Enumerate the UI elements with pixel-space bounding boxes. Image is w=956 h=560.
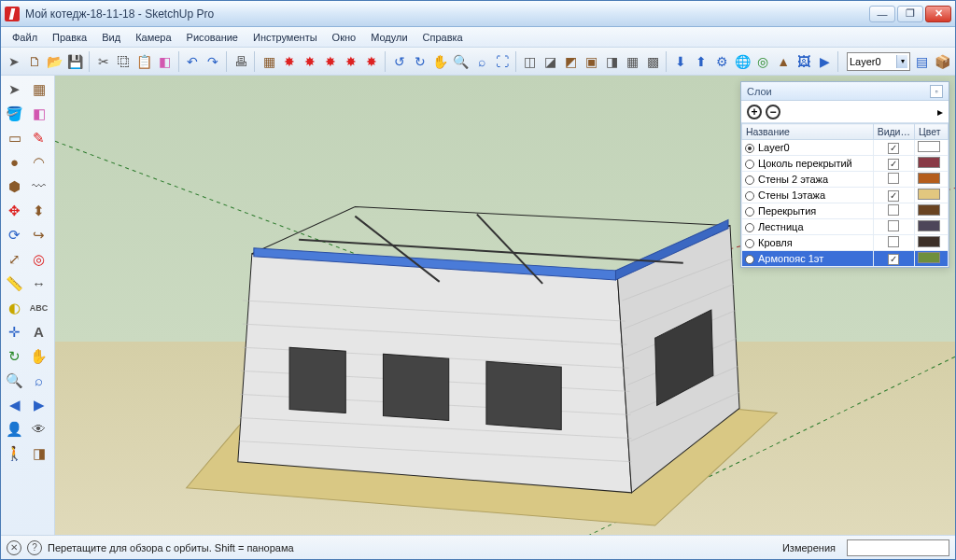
layer-color-swatch[interactable] [918,157,940,168]
layer-visible-checkbox[interactable]: ✓ [888,143,899,154]
col-color[interactable]: Цвет [915,124,949,140]
preview-icon[interactable]: ▶ [815,50,834,73]
pan-icon[interactable]: ✋ [431,50,450,73]
layer-row[interactable]: Армопояс 1эт✓ [742,251,949,267]
add-layer-button[interactable]: + [747,105,762,119]
layer-active-radio[interactable] [745,191,754,201]
paste-icon[interactable]: 📋 [135,50,154,73]
eraser-icon[interactable]: ◧ [27,102,50,125]
text-icon[interactable]: ABC [27,296,50,319]
scale-icon[interactable]: ⤢ [3,247,26,271]
menu-modules[interactable]: Модули [363,29,415,46]
copy-icon[interactable]: ⿻ [115,50,134,73]
layer-row[interactable]: Перекрытия [742,203,949,219]
extension-icon[interactable]: ⚙ [712,50,731,73]
layer-active-radio[interactable] [745,175,754,185]
redo-icon[interactable]: ↷ [204,50,222,73]
select-icon[interactable]: ➤ [5,50,23,73]
save-icon[interactable]: 💾 [66,50,85,73]
look-around-icon[interactable]: 👁 [27,417,50,441]
layer-color-swatch[interactable] [918,141,940,152]
3d-text-icon[interactable]: A [27,320,50,343]
monochrome-icon[interactable]: ◨ [602,50,621,73]
polygon-icon[interactable]: ⬢ [3,175,26,198]
cut-icon[interactable]: ✂ [94,50,113,73]
location-icon[interactable]: ◎ [753,50,772,73]
pan-tool-icon[interactable]: ✋ [27,344,50,368]
print-icon[interactable]: 🖶 [232,50,250,73]
follow-me-icon[interactable]: ↪ [27,223,50,246]
burst-5-icon[interactable]: ✸ [362,50,381,73]
select-tool-icon[interactable]: ➤ [3,77,26,101]
menu-window[interactable]: Окно [325,29,364,46]
menu-view[interactable]: Вид [94,29,128,46]
back-edges-icon[interactable]: ▩ [643,50,662,73]
layer-visible-checkbox[interactable] [888,220,899,231]
new-file-icon[interactable]: 🗋 [25,50,44,73]
wireframe-icon[interactable]: ◫ [521,50,540,73]
photo-icon[interactable]: 🖼 [794,50,813,73]
tape-measure-icon[interactable]: 📏 [3,272,26,295]
menu-draw[interactable]: Рисование [179,29,246,46]
panel-close-icon[interactable]: ▫ [930,85,943,98]
push-pull-icon[interactable]: ⬍ [27,199,50,222]
offset-icon[interactable]: ◎ [27,247,50,271]
layer-active-radio[interactable] [745,239,754,248]
layer-visible-checkbox[interactable] [888,204,899,216]
layer-active-radio[interactable] [745,144,754,153]
orbit-left-icon[interactable]: ↺ [390,50,409,73]
prev-view-icon[interactable]: ◀ [3,393,26,416]
zoom-window-icon[interactable]: ⌕ [472,50,491,73]
component-icon[interactable]: ▦ [260,50,278,73]
burst-4-icon[interactable]: ✸ [342,50,360,73]
line-icon[interactable]: ✎ [27,126,50,149]
orbit-tool-icon[interactable]: ↻ [3,344,26,368]
zoom-window-tool-icon[interactable]: ⌕ [27,369,50,392]
layer-visible-checkbox[interactable]: ✓ [888,254,899,265]
freehand-icon[interactable]: 〰 [27,175,50,198]
layer-color-swatch[interactable] [918,173,940,184]
panel-menu-icon[interactable]: ▸ [937,105,943,119]
layer-active-radio[interactable] [745,223,754,232]
layer-color-swatch[interactable] [918,220,940,231]
menu-help[interactable]: Справка [415,29,471,46]
walk-icon[interactable]: 🚶 [3,441,26,465]
burst-2-icon[interactable]: ✸ [301,50,319,73]
layers-panel-titlebar[interactable]: Слои ▫ [741,82,949,101]
paint-bucket-icon[interactable]: 🪣 [3,102,26,125]
layer-visible-checkbox[interactable]: ✓ [888,190,899,202]
layer-active-radio[interactable] [745,255,754,264]
axes-icon[interactable]: ✛ [3,320,26,343]
close-button[interactable]: ✕ [925,6,951,22]
rotate-icon[interactable]: ⟳ [3,223,26,246]
circle-icon[interactable]: ● [3,150,26,174]
layer-color-swatch[interactable] [918,236,940,247]
layer-active-radio[interactable] [745,160,754,169]
erase-icon[interactable]: ◧ [156,50,175,73]
viewport-3d[interactable]: Слои ▫ + − ▸ Название Види… Цвет [55,76,955,535]
orbit-right-icon[interactable]: ↻ [411,50,429,73]
menu-camera[interactable]: Камера [128,29,178,46]
layer-visible-checkbox[interactable] [888,236,899,247]
layer-row[interactable]: Цоколь перекрытий✓ [742,156,949,172]
terrain-icon[interactable]: ▲ [774,50,793,73]
layer-manager-icon[interactable]: ▤ [912,50,931,73]
make-component-icon[interactable]: ▦ [27,77,50,101]
col-visible[interactable]: Види… [873,124,914,140]
maximize-button[interactable]: ❐ [897,6,923,22]
next-view-icon[interactable]: ▶ [27,393,50,416]
layer-visible-checkbox[interactable]: ✓ [888,159,899,170]
rectangle-icon[interactable]: ▭ [3,126,26,149]
layer-select[interactable]: Layer0 ▾ [847,52,910,71]
move-icon[interactable]: ✥ [3,199,26,222]
remove-layer-button[interactable]: − [766,105,780,119]
hidden-line-icon[interactable]: ◪ [541,50,560,73]
warehouse-icon[interactable]: ⬇ [671,50,690,73]
xray-icon[interactable]: ▦ [623,50,641,73]
zoom-icon[interactable]: 🔍 [452,50,471,73]
layer-row[interactable]: Стены 2 этажа [742,172,949,188]
shaded-icon[interactable]: ◩ [561,50,580,73]
col-name[interactable]: Название [742,124,874,140]
dimension-icon[interactable]: ↔ [27,272,50,295]
menu-tools[interactable]: Инструменты [246,29,325,46]
